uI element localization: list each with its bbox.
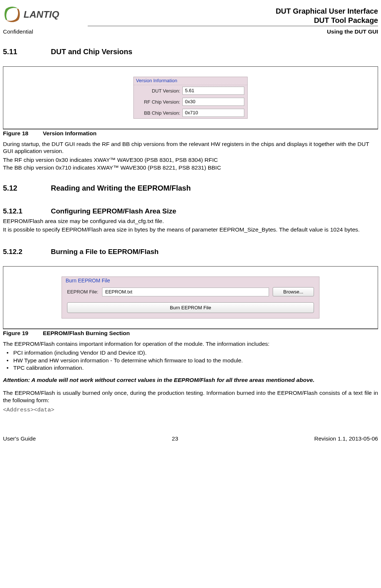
list-item: HW Type and HW version information - To …	[13, 357, 378, 365]
heading-title: DUT and Chip Versions	[51, 48, 132, 56]
dut-version-value[interactable]: 5.61	[182, 87, 244, 95]
heading-5-12-2: 5.12.2 Burning a File to EEPROM/Flash	[3, 248, 378, 256]
figure-18-num: Figure 18	[3, 130, 41, 137]
para-5-12-1-2: It is possible to specify EEPROM/Flash a…	[3, 226, 378, 233]
heading-title: Configuring EEPROM/Flash Area Size	[51, 207, 176, 215]
heading-5-12: 5.12 Reading and Writing the EEPROM/Flas…	[3, 184, 378, 192]
burn-eeprom-file-row: EEPROM File: Browse...	[62, 285, 319, 299]
version-row-dut: DUT Version: 5.61	[134, 85, 247, 96]
version-info-panel: Version Information DUT Version: 5.61 RF…	[133, 77, 248, 119]
list-item: PCI information (including Vendor ID and…	[13, 349, 378, 357]
para-5-11-2: The RF chip version 0x30 indicates XWAY™…	[3, 156, 378, 163]
page-header: LANTIQ DUT Graphical User Interface DUT …	[3, 7, 378, 25]
eeprom-file-label: EEPROM File:	[67, 289, 98, 295]
footer-page-number: 23	[172, 435, 178, 442]
doc-title-2: DUT Tool Package	[276, 16, 378, 25]
lantiq-logo-icon: LANTIQ	[3, 7, 84, 22]
rf-version-value[interactable]: 0x30	[182, 98, 244, 106]
logo: LANTIQ	[3, 7, 84, 22]
figure-18-box: Version Information DUT Version: 5.61 RF…	[3, 66, 378, 129]
list-item: TPC calibration information.	[13, 364, 378, 372]
bb-version-value[interactable]: 0x710	[182, 109, 244, 117]
figure-19-num: Figure 19	[3, 330, 41, 337]
para-5-11-1: During startup, the DUT GUI reads the RF…	[3, 140, 378, 155]
heading-5-12-1: 5.12.1 Configuring EEPROM/Flash Area Siz…	[3, 207, 378, 215]
eeprom-file-input[interactable]	[102, 288, 269, 296]
version-row-rf: RF Chip Version: 0x30	[134, 96, 247, 107]
chapter-title: Using the DUT GUI	[327, 28, 378, 35]
bb-version-label: BB Chip Version:	[137, 110, 180, 116]
heading-number: 5.12	[3, 184, 51, 192]
doc-title-1: DUT Graphical User Interface	[276, 7, 378, 16]
version-row-bb: BB Chip Version: 0x710	[134, 107, 247, 118]
figure-19-box: Burn EEPROM File EEPROM File: Browse... …	[3, 266, 378, 329]
eeprom-info-list: PCI information (including Vendor ID and…	[13, 349, 378, 372]
page-footer: User's Guide 23 Revision 1.1, 2013-05-06	[3, 435, 378, 442]
header-rule	[3, 26, 378, 26]
header-titles: DUT Graphical User Interface DUT Tool Pa…	[276, 7, 378, 25]
figure-18-text: Version Information	[43, 130, 97, 136]
figure-18-caption: Figure 18 Version Information	[3, 129, 378, 137]
figure-19-text: EEPROM/Flash Burning Section	[43, 330, 130, 336]
heading-title: Reading and Writing the EEPROM/Flash	[51, 184, 191, 192]
version-info-legend: Version Information	[134, 77, 247, 85]
confidential-label: Confidential	[3, 28, 33, 35]
heading-number: 5.11	[3, 48, 51, 56]
subheader: Confidential Using the DUT GUI	[3, 28, 378, 35]
heading-5-11: 5.11 DUT and Chip Versions	[3, 48, 378, 56]
footer-right: Revision 1.1, 2013-05-06	[314, 435, 378, 442]
rf-version-label: RF Chip Version:	[137, 99, 180, 105]
code-format: <Address><data>	[3, 407, 378, 413]
para-5-12-1-1: EEPROM/Flash area size may be configured…	[3, 218, 378, 225]
heading-number: 5.12.1	[3, 207, 51, 215]
footer-left: User's Guide	[3, 435, 36, 442]
burn-eeprom-button[interactable]: Burn EEPROM File	[67, 302, 314, 313]
dut-version-label: DUT Version:	[137, 88, 180, 94]
para-5-12-2-2: The EEPROM/Flash is usually burned only …	[3, 389, 378, 404]
heading-title: Burning a File to EEPROM/Flash	[51, 248, 158, 256]
burn-eeprom-panel: Burn EEPROM File EEPROM File: Browse... …	[62, 276, 319, 319]
heading-number: 5.12.2	[3, 248, 51, 256]
attention-note: Attention: A module will not work withou…	[3, 376, 378, 384]
para-5-11-3: The BB chip version 0x710 indicates XWAY…	[3, 164, 378, 171]
browse-button[interactable]: Browse...	[273, 287, 314, 296]
svg-text:LANTIQ: LANTIQ	[24, 9, 59, 20]
figure-19-caption: Figure 19 EEPROM/Flash Burning Section	[3, 329, 378, 337]
burn-eeprom-legend: Burn EEPROM File	[62, 277, 319, 285]
para-5-12-2-1: The EEPROM/Flash contains important info…	[3, 340, 378, 347]
